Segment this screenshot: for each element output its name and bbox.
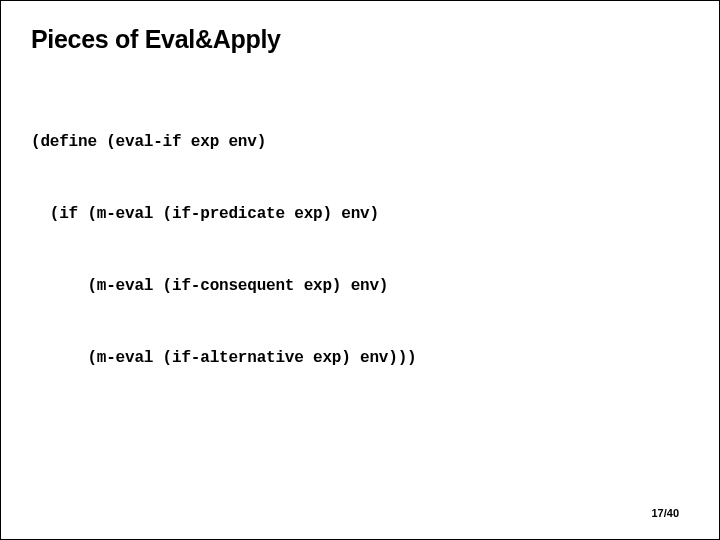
slide-container: Pieces of Eval&Apply (define (eval-if ex… bbox=[1, 1, 719, 539]
code-line-3: (m-eval (if-consequent exp) env) bbox=[31, 274, 689, 298]
slide-title: Pieces of Eval&Apply bbox=[31, 25, 689, 54]
code-block: (define (eval-if exp env) (if (m-eval (i… bbox=[31, 82, 689, 418]
code-line-2: (if (m-eval (if-predicate exp) env) bbox=[31, 202, 689, 226]
code-line-4: (m-eval (if-alternative exp) env))) bbox=[31, 346, 689, 370]
code-line-1: (define (eval-if exp env) bbox=[31, 130, 689, 154]
page-number: 17/40 bbox=[651, 507, 679, 519]
